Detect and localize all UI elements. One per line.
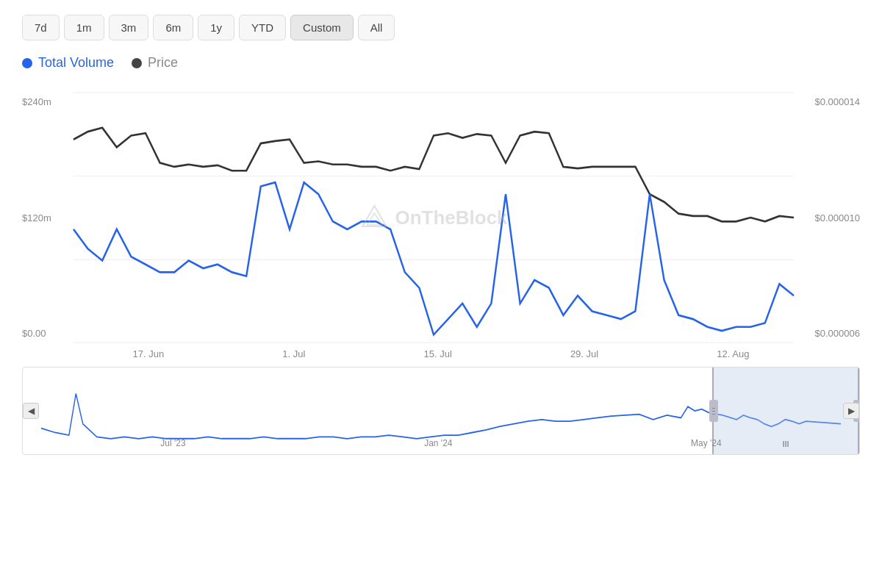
x-label-2: 15. Jul [423, 348, 451, 359]
chart-svg [74, 93, 794, 343]
main-chart: $240m $120m $0.00 $0.000014 $0.000010 $0… [22, 93, 860, 343]
handle-line [712, 408, 715, 409]
btn-6m[interactable]: 6m [153, 15, 193, 40]
total-volume-label: Total Volume [38, 55, 114, 71]
navigator: ◀ III [22, 367, 860, 455]
x-label-3: 29. Jul [570, 348, 598, 359]
chart-legend: Total Volume Price [22, 55, 860, 71]
total-volume-dot [22, 58, 32, 68]
btn-1m[interactable]: 1m [64, 15, 104, 40]
x-label-1: 1. Jul [282, 348, 305, 359]
x-axis: 17. Jun 1. Jul 15. Jul 29. Jul 12. Aug [22, 343, 860, 359]
y-left-top: $240m [22, 96, 74, 107]
chart-wrapper: $240m $120m $0.00 $0.000014 $0.000010 $0… [22, 93, 860, 455]
price-label: Price [148, 55, 178, 71]
y-right-mid: $0.000010 [815, 212, 860, 223]
y-left-bot: $0.00 [22, 328, 74, 339]
nav-x-labels: Jul '23 Jan '24 May '24 [41, 438, 841, 448]
btn-3m[interactable]: 3m [109, 15, 149, 40]
nav-x-label-0: Jul '23 [160, 438, 185, 448]
legend-total-volume: Total Volume [22, 55, 114, 71]
btn-1y[interactable]: 1y [198, 15, 234, 40]
handle-line [712, 414, 715, 415]
btn-7d[interactable]: 7d [22, 15, 60, 40]
time-range-selector: 7d 1m 3m 6m 1y YTD Custom All [22, 15, 860, 40]
y-axis-left: $240m $120m $0.00 [22, 93, 74, 343]
nav-x-label-1: Jan '24 [424, 438, 452, 448]
handle-line [712, 411, 715, 412]
price-dot [132, 58, 142, 68]
nav-scroll-right-button[interactable]: ▶ [843, 403, 859, 419]
x-label-0: 17. Jun [133, 348, 165, 359]
btn-custom[interactable]: Custom [290, 15, 354, 40]
y-left-mid: $120m [22, 212, 74, 223]
btn-ytd[interactable]: YTD [239, 15, 286, 40]
volume-line [74, 182, 794, 334]
y-axis-right: $0.000014 $0.000010 $0.000006 [794, 93, 860, 343]
x-label-4: 12. Aug [717, 348, 749, 359]
btn-all[interactable]: All [358, 15, 395, 40]
nav-scroll-left-button[interactable]: ◀ [23, 403, 39, 419]
price-line [74, 128, 794, 222]
chart-svg-area: OnTheBlock [74, 93, 794, 343]
y-right-top: $0.000014 [815, 96, 860, 107]
nav-x-label-2: May '24 [691, 438, 722, 448]
legend-price: Price [132, 55, 178, 71]
y-right-bot: $0.000006 [815, 328, 860, 339]
nav-handle-left[interactable] [709, 400, 718, 422]
